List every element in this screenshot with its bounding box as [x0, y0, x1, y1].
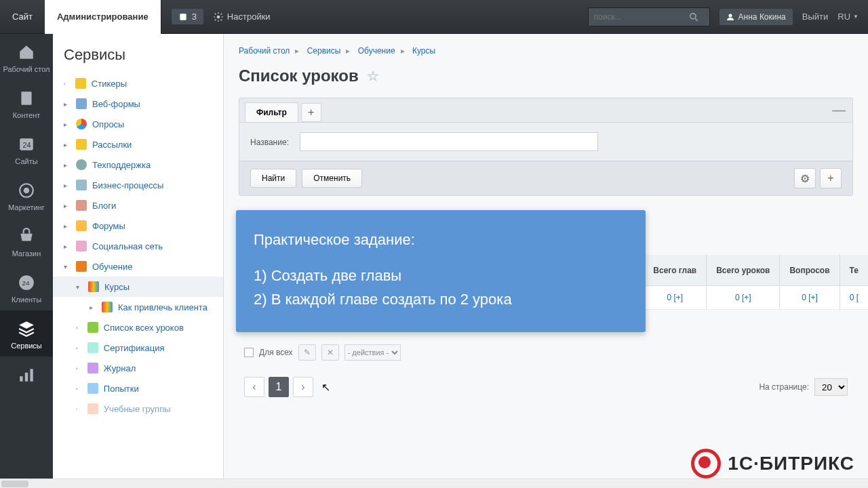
find-button[interactable]: Найти [250, 169, 296, 188]
search-icon [689, 12, 698, 22]
batch-actions-select[interactable]: - действия - [344, 344, 401, 361]
svg-point-1 [217, 15, 220, 18]
search-input[interactable] [594, 12, 689, 22]
svg-point-4 [728, 14, 732, 17]
tab-site[interactable]: Сайт [0, 0, 45, 34]
cell-link[interactable]: 0 [+] [802, 293, 818, 302]
rail-services[interactable]: Сервисы [0, 310, 53, 357]
sidebar-item-blogs[interactable]: ▸Блоги [53, 195, 223, 216]
rail-desktop[interactable]: Рабочий стол [0, 34, 53, 80]
cell-link[interactable]: 0 [+] [667, 293, 683, 302]
sidebar-item-groups[interactable]: Учебные группы [53, 399, 223, 419]
sidebar-item-all-lessons[interactable]: Список всех уроков [53, 317, 223, 338]
filter-field-label: Название: [250, 138, 289, 147]
pager: ‹ 1 › [244, 377, 313, 397]
sidebar-item-webforms[interactable]: ▸Веб-формы [53, 94, 223, 114]
cancel-button[interactable]: Отменить [302, 169, 362, 188]
batch-delete-icon[interactable]: ✕ [321, 344, 339, 361]
crumb[interactable]: Рабочий стол [239, 46, 290, 56]
sidebar-title: Сервисы [53, 34, 223, 73]
pager-page[interactable]: 1 [269, 377, 289, 397]
tab-admin[interactable]: Администрирование [45, 0, 161, 34]
svg-line-3 [695, 18, 698, 21]
left-rail: Рабочий стол Контент 24Сайты Маркетинг М… [0, 34, 53, 488]
sidebar-item-cert[interactable]: Сертификация [53, 338, 223, 358]
cursor-icon: ↖ [321, 381, 330, 394]
svg-text:24: 24 [23, 141, 31, 149]
svg-rect-13 [25, 373, 28, 382]
user-icon [726, 13, 734, 21]
sidebar-item-bp[interactable]: ▸Бизнес-процессы [53, 175, 223, 195]
filter-plus-icon[interactable]: + [820, 168, 842, 188]
svg-text:24: 24 [22, 279, 30, 287]
svg-point-2 [690, 13, 695, 18]
sidebar-item-attempts[interactable]: Попытки [53, 378, 223, 399]
pager-next[interactable]: › [293, 377, 313, 397]
filter-tab[interactable]: Фильтр [245, 102, 298, 122]
svg-rect-12 [20, 376, 22, 382]
sidebar: Сервисы Стикеры ▸Веб-формы ▸Опросы ▸Расс… [53, 34, 224, 488]
h-scrollbar[interactable] [0, 479, 868, 488]
select-all-checkbox[interactable] [244, 348, 254, 357]
logo-icon [691, 449, 721, 479]
rail-clients[interactable]: 24Клиенты [0, 264, 53, 310]
filter-add-tab[interactable]: + [301, 103, 321, 122]
lang-switch[interactable]: RU▼ [837, 12, 859, 22]
bell-icon [178, 12, 188, 22]
sidebar-item-courses[interactable]: ▾Курсы [53, 277, 223, 297]
svg-rect-14 [30, 369, 33, 381]
crumb[interactable]: Сервисы [307, 46, 341, 56]
rail-marketing[interactable]: Маркетинг [0, 172, 53, 218]
rail-sites[interactable]: 24Сайты [0, 126, 53, 172]
callout-title: Практическое задание: [254, 228, 628, 251]
sidebar-item-stickers[interactable]: Стикеры [53, 73, 223, 94]
sidebar-item-social[interactable]: ▸Социальная сеть [53, 236, 223, 256]
table-fragment: сть Всего глав0 [+] Всего уроков0 [+] Во… [610, 255, 868, 310]
sidebar-item-forums[interactable]: ▸Форумы [53, 216, 223, 236]
user-badge[interactable]: Анна Кокина [719, 9, 793, 25]
rail-more[interactable] [0, 357, 53, 394]
search-box[interactable] [588, 7, 710, 26]
rail-content[interactable]: Контент [0, 80, 53, 126]
sidebar-item-polls[interactable]: ▸Опросы [53, 114, 223, 134]
star-icon[interactable]: ☆ [367, 68, 379, 84]
cell-link[interactable]: 0 [+] [735, 293, 751, 302]
crumb[interactable]: Обучение [358, 46, 395, 56]
pager-prev[interactable]: ‹ [244, 377, 264, 397]
batch-label: Для всех [259, 348, 293, 357]
per-page: На странице: 20 [759, 378, 848, 396]
filter-settings-icon[interactable]: ⚙ [794, 168, 816, 188]
filter-panel: Фильтр + — Название: Найти Отменить ⚙ + [239, 98, 853, 196]
sidebar-item-learning[interactable]: ▾Обучение [53, 256, 223, 277]
sidebar-item-mail[interactable]: ▸Рассылки [53, 134, 223, 155]
rail-shop[interactable]: Магазин [0, 218, 53, 264]
svg-rect-5 [21, 92, 31, 105]
bitrix-logo: 1С·БИТРИКС [691, 449, 854, 479]
page-title: Список уроков ☆ [239, 66, 853, 85]
batch-row: Для всех ✎ ✕ - действия - [244, 344, 401, 361]
gear-icon [214, 12, 223, 22]
filter-name-input[interactable] [300, 132, 598, 151]
svg-rect-0 [180, 14, 186, 20]
callout-line: 1) Создать две главы [254, 264, 628, 287]
notif-count: 3 [192, 12, 197, 22]
callout-line: 2) В каждой главе создать по 2 урока [254, 287, 628, 311]
filter-collapse[interactable]: — [832, 102, 846, 118]
notifications[interactable]: 3 [172, 9, 203, 24]
task-callout: Практическое задание: 1) Создать две гла… [236, 210, 646, 332]
batch-edit-icon[interactable]: ✎ [298, 344, 316, 361]
crumb[interactable]: Курсы [412, 46, 435, 56]
sidebar-item-course-1[interactable]: ▸Как привлечь клиента [53, 297, 223, 317]
sidebar-item-journal[interactable]: Журнал [53, 358, 223, 378]
settings-link[interactable]: Настройки [214, 12, 271, 22]
topbar: Сайт Администрирование 3 Настройки Анна … [0, 0, 868, 34]
svg-point-9 [24, 188, 30, 194]
per-page-select[interactable]: 20 [814, 378, 848, 396]
sidebar-item-support[interactable]: ▸Техподдержка [53, 155, 223, 175]
logout[interactable]: Выйти [802, 12, 829, 22]
breadcrumbs: Рабочий стол▸ Сервисы▸ Обучение▸ Курсы [239, 46, 853, 56]
